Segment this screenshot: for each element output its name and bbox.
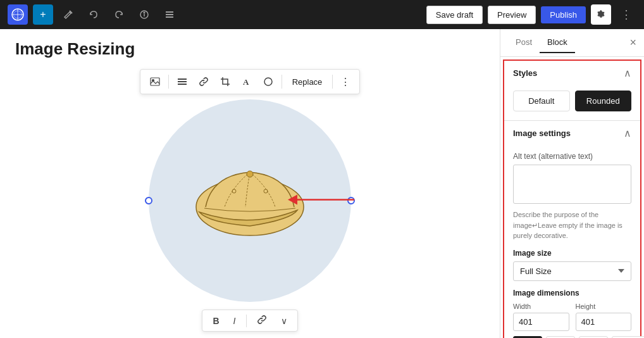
alt-text-input[interactable]: [513, 165, 631, 204]
pct-50-button[interactable]: 50%: [546, 336, 575, 339]
link-icon-btn[interactable]: [194, 72, 213, 91]
crop-icon-btn[interactable]: [216, 72, 235, 91]
topbar-right: Save draft Preview Publish ⋮: [426, 4, 636, 25]
more-button[interactable]: ⋮: [616, 4, 636, 25]
italic-button[interactable]: I: [230, 314, 240, 328]
publish-button[interactable]: Publish: [541, 6, 586, 23]
pct-100-button[interactable]: 100%: [612, 336, 644, 339]
circle-mask-icon-btn[interactable]: [259, 72, 278, 91]
topbar: + Save draft Preview Publish ⋮: [0, 0, 644, 29]
width-field: Width: [513, 303, 569, 331]
format-toolbar: B I ∨: [202, 310, 297, 332]
page-title: Image Resizing: [15, 39, 485, 59]
settings-button[interactable]: [591, 4, 611, 25]
svg-rect-10: [178, 81, 187, 82]
svg-point-3: [144, 12, 145, 13]
wp-logo: [8, 4, 28, 25]
alt-text-label: Alt text (alternative text): [513, 152, 631, 161]
redo-button[interactable]: [109, 4, 129, 25]
editor: Image Resizing A Replace: [0, 29, 500, 338]
image-type-icon[interactable]: [146, 72, 164, 91]
align-icon-btn[interactable]: [173, 72, 192, 91]
image-block: B I ∨ Add caption: [15, 99, 485, 338]
styles-title: Styles: [513, 68, 537, 78]
svg-rect-4: [166, 11, 173, 13]
fmt-divider: [246, 315, 247, 327]
toolbar-divider-2: [282, 75, 282, 89]
image-dims-label: Image dimensions: [513, 289, 631, 297]
tab-block[interactable]: Block: [540, 32, 575, 53]
undo-button[interactable]: [84, 4, 104, 25]
svg-rect-6: [166, 16, 173, 18]
image-size-select[interactable]: Full Size Large Medium Thumbnail: [513, 261, 631, 281]
image-settings-title: Image settings: [513, 128, 571, 138]
block-toolbar: A Replace ⋮: [140, 69, 361, 94]
list-view-button[interactable]: [159, 4, 180, 25]
svg-rect-9: [178, 78, 187, 80]
dims-row: Width Height: [513, 303, 631, 331]
bold-button[interactable]: B: [209, 314, 223, 328]
image-settings-content: Alt text (alternative text) Describe the…: [504, 146, 640, 338]
svg-rect-5: [166, 14, 173, 15]
annotation-arrow: [282, 187, 357, 215]
styles-section-header[interactable]: Styles ∧: [504, 61, 640, 85]
save-draft-button[interactable]: Save draft: [426, 6, 483, 24]
svg-point-13: [264, 78, 272, 85]
svg-rect-7: [151, 78, 159, 85]
toolbar-divider-3: [332, 75, 333, 89]
styles-toggle-icon: ∧: [624, 67, 631, 79]
style-buttons: Default Rounded: [504, 85, 640, 120]
replace-button[interactable]: Replace: [286, 75, 329, 89]
height-label: Height: [576, 303, 632, 310]
sidebar-tabs: Post Block ×: [500, 29, 644, 57]
sidebar: Post Block × Styles ∧ Default Rounded: [500, 29, 644, 338]
tools-button[interactable]: [58, 4, 78, 25]
styles-section: Styles ∧ Default Rounded: [504, 61, 640, 121]
text-icon-btn[interactable]: A: [237, 72, 256, 91]
pct-75-button[interactable]: 75%: [579, 336, 608, 339]
height-field: Height: [576, 303, 632, 331]
tab-post[interactable]: Post: [508, 32, 540, 53]
height-input[interactable]: [576, 313, 632, 331]
width-input[interactable]: [513, 313, 569, 331]
preview-button[interactable]: Preview: [488, 6, 536, 24]
image-settings-section: Image settings ∧ Alt text (alternative t…: [504, 121, 640, 338]
image-settings-toggle-icon: ∧: [624, 127, 631, 139]
resize-handle-left[interactable]: [145, 197, 152, 204]
pct-25-button[interactable]: 25%: [513, 336, 542, 339]
info-button[interactable]: [134, 4, 154, 25]
style-rounded-button[interactable]: Rounded: [575, 91, 632, 111]
more-format-button[interactable]: ∨: [277, 314, 291, 328]
link-format-button[interactable]: [253, 313, 271, 329]
sidebar-close-button[interactable]: ×: [629, 36, 636, 49]
main-area: Image Resizing A Replace: [0, 29, 644, 338]
alt-hint-text: Describe the purpose of the image↵Leave …: [513, 210, 631, 241]
svg-point-15: [247, 171, 253, 177]
svg-text:A: A: [243, 77, 249, 87]
svg-rect-11: [178, 84, 187, 85]
block-toolbar-more[interactable]: ⋮: [337, 73, 354, 91]
percent-buttons: 25% 50% 75% 100% Reset: [513, 336, 631, 339]
svg-marker-19: [288, 195, 297, 205]
width-label: Width: [513, 303, 569, 310]
toolbar-divider-1: [168, 75, 169, 89]
add-button[interactable]: +: [33, 4, 53, 25]
image-settings-header[interactable]: Image settings ∧: [504, 121, 640, 146]
sidebar-content: Styles ∧ Default Rounded Image settings …: [500, 57, 644, 338]
image-size-label: Image size: [513, 249, 631, 258]
style-default-button[interactable]: Default: [513, 91, 570, 111]
